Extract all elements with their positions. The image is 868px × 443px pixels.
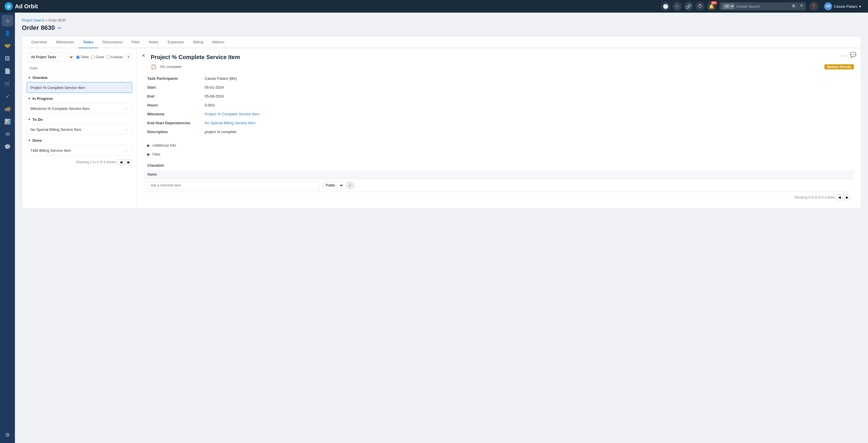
detail-label-participants: Task Participants bbox=[144, 74, 201, 83]
sidebar-item-speech[interactable]: 💬 bbox=[2, 141, 13, 153]
section-overdue-arrow: ▼ bbox=[28, 76, 31, 79]
sidebar-item-people[interactable]: 👤 bbox=[2, 28, 13, 39]
section-to-do-arrow: ▼ bbox=[28, 118, 31, 121]
add-task-button[interactable]: + bbox=[125, 54, 132, 61]
edit-title-icon[interactable]: ✏ bbox=[58, 25, 61, 31]
sidebar-item-document[interactable]: 📄 bbox=[2, 65, 13, 77]
search-input[interactable] bbox=[736, 4, 790, 9]
task-more-tm-billing[interactable]: ··· bbox=[124, 148, 128, 153]
tab-milestones[interactable]: Milestones bbox=[51, 36, 79, 48]
sidebar-item-image[interactable]: 🖼 bbox=[2, 53, 13, 64]
progress-text: 0% complete bbox=[160, 65, 181, 69]
task-item-milestone-complete[interactable]: Milestone % Complete Service Item ··· bbox=[27, 103, 132, 114]
checklist-next-btn[interactable]: ▶ bbox=[844, 194, 850, 200]
sidebar-item-truck[interactable]: 🚚 bbox=[2, 103, 13, 115]
tab-billing[interactable]: Billing bbox=[189, 36, 208, 48]
section-in-progress-label: In Progress bbox=[32, 96, 53, 101]
tab-notes[interactable]: Notes bbox=[144, 36, 163, 48]
sidebar-item-cart[interactable]: 🛒 bbox=[2, 78, 13, 90]
sidebar-item-handshake[interactable]: 🤝 bbox=[2, 40, 13, 52]
additional-info-section[interactable]: ▶ Additional Info bbox=[144, 141, 854, 150]
tasks-next-btn[interactable]: ▶ bbox=[125, 159, 132, 165]
detail-label-hours: Hours bbox=[144, 101, 201, 109]
tab-tasks[interactable]: Tasks bbox=[79, 36, 98, 48]
tab-discussions[interactable]: Discussions bbox=[98, 36, 127, 48]
add-icon[interactable]: ➕ bbox=[673, 2, 682, 11]
section-in-progress-arrow: ▼ bbox=[28, 97, 31, 100]
additional-info-arrow: ▶ bbox=[147, 143, 150, 148]
tab-expenses[interactable]: Expenses bbox=[163, 36, 189, 48]
view-gantt-radio[interactable]: Gantt bbox=[91, 55, 104, 59]
view-gantt-label: Gantt bbox=[96, 55, 104, 59]
detail-close-button[interactable]: ✕ bbox=[142, 53, 145, 58]
search-scope-select[interactable]: All bbox=[722, 3, 735, 9]
task-more-milestone-complete[interactable]: ··· bbox=[124, 106, 128, 111]
view-table-radio[interactable]: Table bbox=[76, 55, 89, 59]
notification-icon[interactable]: 🔔 99+ bbox=[707, 2, 716, 11]
section-done-label: Done bbox=[32, 138, 42, 143]
clock-icon[interactable]: ⏱ bbox=[695, 2, 705, 11]
breadcrumb-parent-link[interactable]: Project Search bbox=[22, 19, 44, 22]
priority-badge: Medium Priority bbox=[825, 64, 854, 69]
task-item-tm-billing[interactable]: T&M Billing Service Item ··· bbox=[27, 145, 132, 156]
task-more-no-special-billing[interactable]: ··· bbox=[124, 127, 128, 132]
help-icon[interactable]: ❓ bbox=[809, 2, 818, 11]
breadcrumb-separator: » bbox=[45, 19, 48, 22]
checklist-section: Checklist Name bbox=[144, 161, 854, 202]
task-item-no-special-billing[interactable]: No Special Billing Service Item ··· bbox=[27, 124, 132, 135]
task-column-header: Task bbox=[27, 65, 132, 72]
section-done[interactable]: ▼ Done bbox=[27, 136, 132, 145]
tasks-filter-select[interactable]: All Project Tasks bbox=[27, 53, 74, 61]
section-to-do[interactable]: ▼ To Do bbox=[27, 115, 132, 124]
logo-icon: ◎ bbox=[5, 2, 12, 10]
global-search-bar: All 🔍 🎤 bbox=[720, 2, 806, 10]
page-title: Order 8630 bbox=[22, 24, 55, 32]
task-name-no-special-billing: No Special Billing Service Item bbox=[30, 127, 81, 132]
recent-icon[interactable]: 🕐 bbox=[661, 2, 670, 11]
tab-metrics[interactable]: Metrics bbox=[208, 36, 229, 48]
tasks-panel: All Project Tasks Table Gantt bbox=[22, 48, 137, 208]
tasks-toolbar: All Project Tasks Table Gantt bbox=[27, 53, 132, 61]
checklist-add-cell: Public Private ✓ bbox=[144, 179, 854, 192]
detail-menu-button[interactable]: ··· bbox=[840, 53, 846, 59]
main-content: Project Search » Order 8630 Order 8630 ✏… bbox=[15, 12, 868, 443]
voice-search-icon[interactable]: 🎤 bbox=[798, 4, 803, 9]
sidebar-item-tasks[interactable]: ✓ bbox=[2, 91, 13, 102]
task-more-project-complete[interactable]: ··· bbox=[124, 85, 128, 90]
breadcrumb: Project Search » Order 8630 bbox=[22, 19, 861, 22]
checklist-add-input[interactable] bbox=[148, 181, 320, 189]
sidebar-item-home[interactable]: ⌂ bbox=[2, 15, 13, 26]
detail-value-milestone: Project % Complete Service Item bbox=[201, 109, 854, 119]
detail-chat-button[interactable]: 💬 bbox=[850, 52, 856, 58]
checklist-prev-btn[interactable]: ◀ bbox=[836, 194, 843, 200]
task-item-project-complete[interactable]: Project % Complete Service Item ··· bbox=[27, 82, 132, 93]
search-icon[interactable]: 🔍 bbox=[792, 4, 797, 9]
tab-overview[interactable]: Overview bbox=[27, 36, 51, 48]
section-in-progress[interactable]: ▼ In Progress bbox=[27, 94, 132, 103]
sidebar-item-mail[interactable]: ✉ bbox=[2, 129, 13, 140]
section-overdue[interactable]: ▼ Overdue bbox=[27, 73, 132, 82]
user-menu[interactable]: CP Cassie Pataro ▾ bbox=[822, 1, 863, 11]
detail-title: Project % Complete Service Item bbox=[151, 54, 854, 61]
files-section[interactable]: ▶ Files bbox=[144, 150, 854, 159]
task-name-milestone-complete: Milestone % Complete Service Item bbox=[30, 106, 90, 111]
tasks-prev-btn[interactable]: ◀ bbox=[118, 159, 124, 165]
milestone-link[interactable]: Project % Complete Service Item bbox=[205, 112, 259, 116]
checklist-submit-button[interactable]: ✓ bbox=[346, 181, 354, 189]
detail-field-description: Description project % complete bbox=[144, 127, 854, 136]
link-icon[interactable]: 🔗 bbox=[684, 2, 693, 11]
notification-badge: 99+ bbox=[711, 1, 717, 5]
detail-value-participants: Cassie Pataro (Me) bbox=[201, 74, 854, 83]
sidebar-item-chart[interactable]: 📊 bbox=[2, 116, 13, 127]
section-overdue-label: Overdue bbox=[32, 75, 48, 80]
tab-files[interactable]: Files bbox=[127, 36, 144, 48]
nav-icon-group: 🕐 ➕ 🔗 ⏱ 🔔 99+ bbox=[661, 2, 716, 11]
checklist-visibility-select[interactable]: Public Private bbox=[322, 181, 344, 189]
detail-field-participants: Task Participants Cassie Pataro (Me) bbox=[144, 74, 854, 83]
progress-row: 📋 0% complete Medium Priority bbox=[151, 64, 854, 69]
sidebar-item-settings[interactable]: ⚙ bbox=[2, 429, 13, 441]
view-kanban-radio[interactable]: Kanban bbox=[106, 55, 123, 59]
dependency-link[interactable]: No Special Billing Service Item bbox=[205, 121, 255, 125]
app-logo[interactable]: ◎ Ad Orbit bbox=[5, 2, 38, 10]
progress-icon: 📋 bbox=[151, 64, 156, 69]
